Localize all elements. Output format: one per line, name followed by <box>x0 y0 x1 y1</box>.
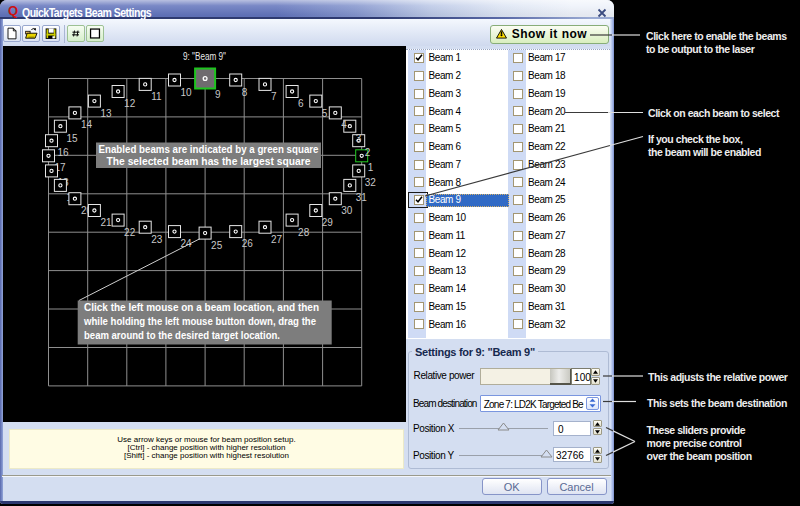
svg-text:7: 7 <box>271 91 277 102</box>
svg-text:6: 6 <box>298 98 304 109</box>
svg-text:3: 3 <box>356 133 362 144</box>
svg-text:Enabled beams are indicated by: Enabled beams are indicated by a green s… <box>99 143 319 155</box>
svg-text:14: 14 <box>81 119 93 130</box>
svg-text:21: 21 <box>100 217 112 228</box>
svg-text:beam around to the desired tar: beam around to the desired target locati… <box>84 329 280 341</box>
svg-text:1: 1 <box>368 162 374 173</box>
svg-text:5: 5 <box>322 108 328 119</box>
svg-text:31: 31 <box>356 192 368 203</box>
svg-text:23: 23 <box>151 234 163 245</box>
svg-text:15: 15 <box>66 133 78 144</box>
svg-text:24: 24 <box>181 238 193 249</box>
svg-text:29: 29 <box>322 217 334 228</box>
svg-text:25: 25 <box>211 240 223 251</box>
svg-text:while holding the left mouse b: while holding the left mouse button down… <box>83 315 316 327</box>
svg-text:9: 9 <box>215 89 221 100</box>
svg-text:32: 32 <box>365 177 377 188</box>
svg-text:26: 26 <box>242 238 254 249</box>
svg-text:The selected beam has the larg: The selected beam has the largest square <box>107 155 311 167</box>
svg-text:27: 27 <box>271 234 283 245</box>
svg-text:22: 22 <box>124 227 136 238</box>
svg-text:10: 10 <box>181 87 193 98</box>
svg-text:4: 4 <box>341 119 347 130</box>
svg-text:16: 16 <box>58 147 70 158</box>
svg-text:13: 13 <box>100 108 112 119</box>
svg-text:2: 2 <box>365 147 371 158</box>
svg-text:28: 28 <box>298 227 310 238</box>
svg-text:9: "Beam 9": 9: "Beam 9" <box>183 51 226 62</box>
svg-text:Click the left mouse on a beam: Click the left mouse on a beam location,… <box>84 301 319 313</box>
svg-text:8: 8 <box>242 87 248 98</box>
svg-text:11: 11 <box>151 91 162 102</box>
svg-text:30: 30 <box>341 205 353 216</box>
svg-text:12: 12 <box>124 98 136 109</box>
